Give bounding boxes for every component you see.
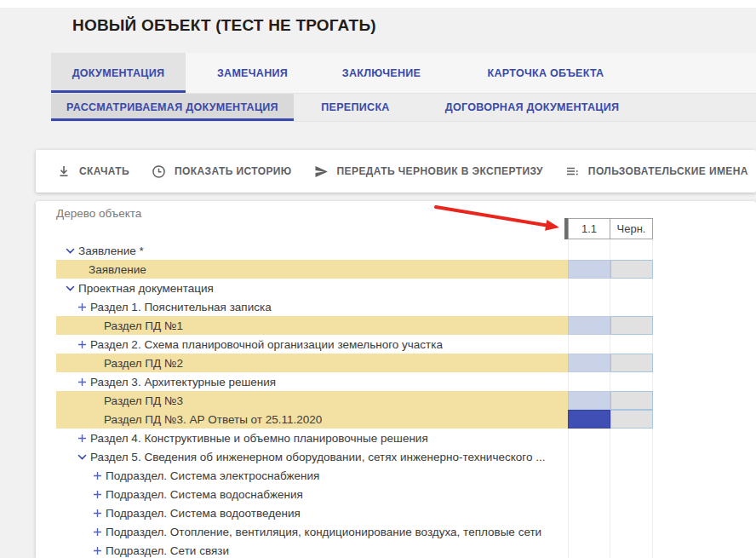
tree-row-label: Раздел ПД №2 [104,357,183,370]
cell-1-1-selected[interactable] [568,410,610,429]
cell-chern-draft[interactable] [610,391,653,410]
cell-1-1-version[interactable] [568,316,610,335]
tree-row[interactable]: Раздел 3. Архитектурные решения [56,372,756,391]
toolbar-button-1[interactable]: ПОКАЗАТЬ ИСТОРИЮ [152,164,292,179]
tab-secondary-2[interactable]: ДОГОВОРНАЯ ДОКУМЕНТАЦИЯ [417,94,647,121]
tree-row-label: Раздел 3. Архитектурные решения [90,376,276,388]
toolbar-button-3[interactable]: ПОЛЬЗОВАТЕЛЬСКИЕ ИМЕНА [565,164,748,179]
tree-row-label: Раздел 4. Конструктивные и объемно плани… [90,432,428,445]
tree-row-label: Заявление * [78,244,144,257]
history-icon [152,164,166,179]
plus-icon[interactable] [77,377,87,387]
toolbar-button-2[interactable]: ПЕРЕДАТЬ ЧЕРНОВИК В ЭКСПЕРТИЗУ [314,164,543,179]
tree-row-label: Заявление [89,263,146,276]
toolbar-button-label: ПОЛЬЗОВАТЕЛЬСКИЕ ИМЕНА [588,165,748,177]
cell-chern-draft[interactable] [610,354,653,372]
tree-row-label: Раздел ПД №3. АР Ответы от 25.11.2020 [104,413,322,426]
tree-row[interactable]: Раздел 1. Пояснительная записка [56,297,756,316]
tab-primary-1[interactable]: ЗАМЕЧАНИЯ [186,53,319,93]
tree-row-label: Подраздел. Сети связи [106,544,229,557]
chevron-down-icon[interactable] [65,283,75,293]
cell-chern-draft[interactable] [610,410,653,429]
send-icon [314,164,329,179]
tree-row[interactable]: Подраздел. Отопление, вентиляция, кондиц… [56,522,756,541]
tree-row[interactable]: Раздел ПД №3. АР Ответы от 25.11.2020 [56,410,756,429]
cell-chern-draft[interactable] [610,260,653,279]
tree-row[interactable]: Раздел 4. Конструктивные и объемно плани… [56,429,756,447]
tree-row[interactable]: Раздел ПД №3 [56,391,756,410]
plus-icon[interactable] [92,470,102,480]
cell-chern-draft[interactable] [610,316,653,335]
tree-row[interactable]: Проектная документация [56,279,756,297]
tree-row-label: Раздел ПД №3 [104,394,183,407]
tab-secondary-0[interactable]: РАССМАТРИВАЕМАЯ ДОКУМЕНТАЦИЯ [51,94,294,121]
tree-row-label: Подраздел. Система электроснабжения [106,469,319,482]
cell-1-1-version[interactable] [568,354,610,372]
chevron-down-icon[interactable] [65,245,75,256]
panel-title: Дерево объекта [56,207,141,220]
tree-row[interactable]: Подраздел. Система электроснабжения [56,466,756,485]
plus-icon[interactable] [92,508,102,518]
window-top-strip [0,0,756,8]
toolbar-button-0[interactable]: СКАЧАТЬ [56,164,129,179]
tree-row-label: Подраздел. Отопление, вентиляция, кондиц… [106,526,541,538]
tree-row[interactable]: Заявление [56,260,756,279]
tree-row[interactable]: Раздел ПД №2 [56,354,756,372]
tree-row[interactable]: Заявление * [56,241,756,260]
cell-1-1-version[interactable] [568,260,610,279]
plus-icon[interactable] [92,526,102,537]
tab-primary-3[interactable]: КАРТОЧКА ОБЪЕКТА [444,53,648,93]
object-tree-panel: Дерево объекта 1.1 Черн. Заявление *Заяв… [36,201,756,558]
column-header-chern[interactable]: Черн. [610,218,653,239]
plus-icon[interactable] [92,545,102,555]
tree-row-label: Подраздел. Система водоотведения [106,507,301,520]
cell-1-1-version[interactable] [568,391,610,410]
tree-row-label: Раздел 1. Пояснительная записка [90,301,272,314]
plus-icon[interactable] [77,302,87,312]
tree-row[interactable]: Подраздел. Система водоотведения [56,503,756,522]
tab-primary-0[interactable]: ДОКУМЕНТАЦИЯ [51,53,186,93]
tree-row-label: Подраздел. Система водоснабжения [106,488,303,501]
plus-icon[interactable] [77,433,87,443]
toolbar-button-label: ПОКАЗАТЬ ИСТОРИЮ [175,165,292,177]
tree-row[interactable]: Раздел 5. Сведения об инженерном оборудо… [56,447,756,466]
tree-row[interactable]: Раздел 2. Схема планировочной организаци… [56,335,756,354]
plus-icon[interactable] [92,489,102,499]
plus-icon[interactable] [77,339,87,349]
names-icon [565,164,580,179]
tree-row-label: Раздел 5. Сведения об инженерном оборудо… [90,451,545,463]
tree-row-label: Проектная документация [78,282,214,295]
primary-tab-bar: ДОКУМЕНТАЦИЯЗАМЕЧАНИЯЗАКЛЮЧЕНИЕКАРТОЧКА … [51,53,756,94]
toolbar-button-label: СКАЧАТЬ [79,165,129,177]
secondary-tab-bar: РАССМАТРИВАЕМАЯ ДОКУМЕНТАЦИЯПЕРЕПИСКАДОГ… [51,94,756,122]
tab-primary-2[interactable]: ЗАКЛЮЧЕНИЕ [319,53,444,93]
object-tree: Заявление *ЗаявлениеПроектная документац… [56,241,756,558]
tree-row-label: Раздел 2. Схема планировочной организаци… [90,338,443,351]
page-title: НОВЫЙ ОБЪЕКТ (ТЕСТ НЕ ТРОГАТЬ) [72,16,376,35]
toolbar: СКАЧАТЬПОКАЗАТЬ ИСТОРИЮПЕРЕДАТЬ ЧЕРНОВИК… [36,150,756,193]
chevron-down-icon[interactable] [77,452,87,462]
tree-row[interactable]: Раздел ПД №1 [56,316,756,335]
toolbar-button-label: ПЕРЕДАТЬ ЧЕРНОВИК В ЭКСПЕРТИЗУ [337,165,543,177]
column-header-1-1[interactable]: 1.1 [568,218,610,239]
download-icon [56,164,71,179]
tab-secondary-1[interactable]: ПЕРЕПИСКА [294,94,417,121]
tree-row[interactable]: Подраздел. Сети связи [56,541,756,558]
tree-row[interactable]: Подраздел. Система водоснабжения [56,485,756,503]
tree-row-label: Раздел ПД №1 [104,319,183,332]
